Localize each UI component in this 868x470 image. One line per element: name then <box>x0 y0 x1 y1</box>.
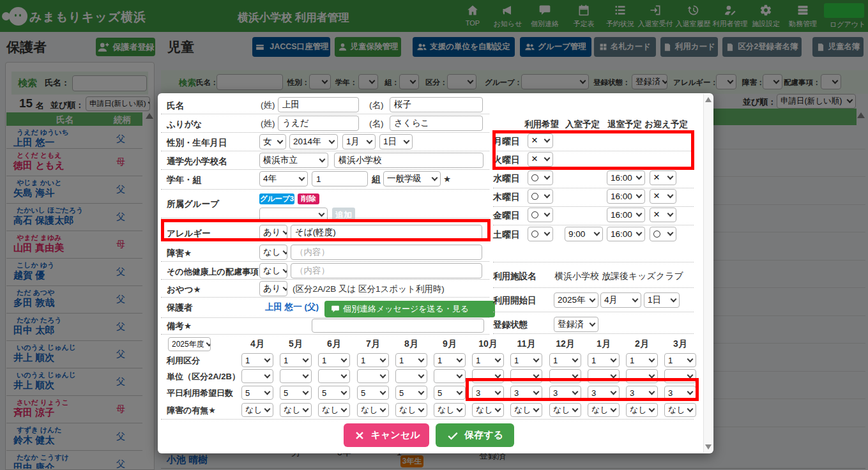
grid-select[interactable]: 1 <box>664 353 696 367</box>
guardian-link[interactable]: 上田 悠一 (父) <box>265 301 319 313</box>
grid-select[interactable] <box>280 369 312 383</box>
grid-select[interactable]: 3 <box>664 386 696 400</box>
grid-select[interactable]: 1 <box>241 353 273 367</box>
birth-month-select[interactable]: 1月 <box>342 134 376 149</box>
grid-select[interactable]: なし <box>318 403 350 417</box>
grid-select[interactable]: 3 <box>626 386 658 400</box>
grid-select[interactable]: なし <box>626 403 658 417</box>
grid-select[interactable]: 5 <box>434 386 466 400</box>
care-select[interactable]: なし <box>259 263 287 278</box>
grid-select[interactable]: 1 <box>510 353 542 367</box>
pickup-select-土曜日[interactable] <box>650 227 676 241</box>
grid-select[interactable] <box>549 369 581 383</box>
grid-select[interactable] <box>588 369 620 383</box>
grid-select[interactable]: なし <box>472 403 504 417</box>
field-care-label: その他健康上の配慮事項 <box>167 266 259 278</box>
care-input[interactable]: （内容） <box>291 263 482 278</box>
grid-select[interactable]: 3 <box>510 386 542 400</box>
grid-select[interactable]: なし <box>395 403 427 417</box>
grid-select[interactable]: 1 <box>626 353 658 367</box>
wish-select-水曜日[interactable] <box>528 171 553 185</box>
birth-year-select[interactable]: 2014年 <box>289 134 338 149</box>
grid-select[interactable] <box>510 369 542 383</box>
out-select-木曜日[interactable]: 16:00 <box>607 189 645 204</box>
kana-sei-input[interactable]: うえだ <box>278 116 359 131</box>
wish-select-月曜日[interactable]: × <box>528 133 553 148</box>
grid-select[interactable]: 5 <box>241 386 273 400</box>
group-select[interactable] <box>259 208 328 222</box>
disability-input[interactable]: （内容） <box>291 245 482 260</box>
status-select[interactable]: 登録済 <box>554 317 598 332</box>
grid-select[interactable]: 1 <box>395 353 427 367</box>
grid-select[interactable] <box>357 369 389 383</box>
birth-day-select[interactable]: 1日 <box>379 134 413 149</box>
grid-select[interactable]: 5 <box>280 386 312 400</box>
grid-select[interactable]: 5 <box>318 386 350 400</box>
grid-select[interactable]: 1 <box>549 353 581 367</box>
sei-input[interactable]: 上田 <box>278 97 359 112</box>
cancel-button[interactable]: キャンセル <box>344 423 429 447</box>
grid-select[interactable]: 3 <box>588 386 620 400</box>
grid-select[interactable] <box>395 369 427 383</box>
wish-select-火曜日[interactable]: × <box>528 152 553 167</box>
mei-input[interactable]: 桜子 <box>390 97 483 112</box>
grid-select[interactable] <box>318 369 350 383</box>
grid-select[interactable]: 5 <box>395 386 427 400</box>
grid-select[interactable]: 1 <box>318 353 350 367</box>
grid-select[interactable]: 1 <box>588 353 620 367</box>
class-type-select[interactable]: 一般学級 <box>383 171 441 186</box>
class-num-input[interactable]: 1 <box>312 171 368 186</box>
grid-select[interactable] <box>626 369 658 383</box>
grid-select[interactable] <box>434 369 466 383</box>
grid-select[interactable]: なし <box>664 403 696 417</box>
grid-select[interactable]: なし <box>588 403 620 417</box>
grid-select[interactable]: 1 <box>434 353 466 367</box>
grade-select[interactable]: 4年 <box>259 171 308 186</box>
group-delete-button[interactable]: 削除 <box>298 193 319 204</box>
grid-select[interactable]: なし <box>549 403 581 417</box>
in-select-土曜日[interactable]: 9:00 <box>565 227 603 241</box>
grid-select[interactable] <box>472 369 504 383</box>
grid-select[interactable]: 3 <box>472 386 504 400</box>
pickup-select-水曜日[interactable]: × <box>650 171 676 185</box>
gender-select[interactable]: 女 <box>259 134 286 149</box>
out-select-水曜日[interactable]: 16:00 <box>607 171 645 185</box>
group-badge: グループ3 <box>259 193 294 204</box>
grid-select[interactable]: 1 <box>357 353 389 367</box>
fiscal-year-select[interactable]: 2025年度 <box>168 337 211 351</box>
start-year-select[interactable]: 2025年 <box>554 292 598 308</box>
school-name-input[interactable]: 横浜小学校 <box>334 153 483 168</box>
allergy-select[interactable]: あり <box>259 225 287 240</box>
grid-select[interactable]: 1 <box>280 353 312 367</box>
grid-select[interactable] <box>664 369 696 383</box>
group-add-button[interactable]: 追加 <box>332 208 355 222</box>
modal-scrollbar[interactable] <box>703 94 713 453</box>
grid-select[interactable]: なし <box>357 403 389 417</box>
pickup-select-木曜日[interactable]: × <box>650 189 676 204</box>
grid-select[interactable]: 5 <box>357 386 389 400</box>
allergy-input[interactable]: そば(軽度) <box>291 225 482 240</box>
message-button[interactable]: 個別連絡メッセージを送る・見る <box>324 301 495 317</box>
grid-select[interactable]: 3 <box>549 386 581 400</box>
snack-select[interactable]: あり <box>259 281 287 296</box>
grid-select[interactable]: なし <box>241 403 273 417</box>
out-select-土曜日[interactable]: 16:00 <box>607 227 645 241</box>
wish-select-木曜日[interactable] <box>528 189 553 204</box>
start-month-select[interactable]: 4月 <box>600 292 641 308</box>
save-button[interactable]: 保存する <box>436 423 514 447</box>
start-day-select[interactable]: 1日 <box>644 292 680 308</box>
wish-select-金曜日[interactable] <box>528 208 553 222</box>
grid-select[interactable] <box>241 369 273 383</box>
grid-select[interactable]: 1 <box>472 353 504 367</box>
wish-select-土曜日[interactable] <box>528 227 553 241</box>
grid-select[interactable]: なし <box>434 403 466 417</box>
disability-select[interactable]: なし <box>259 245 287 260</box>
note-input[interactable] <box>312 319 484 333</box>
kana-mei-input[interactable]: さくらこ <box>390 116 483 131</box>
field-grade-label: 学年・組 <box>167 174 201 186</box>
out-select-金曜日[interactable]: 16:00 <box>607 208 645 222</box>
grid-select[interactable]: なし <box>510 403 542 417</box>
pickup-select-金曜日[interactable]: × <box>650 208 676 222</box>
school-city-select[interactable]: 横浜市立 <box>259 153 328 168</box>
grid-select[interactable]: なし <box>280 403 312 417</box>
